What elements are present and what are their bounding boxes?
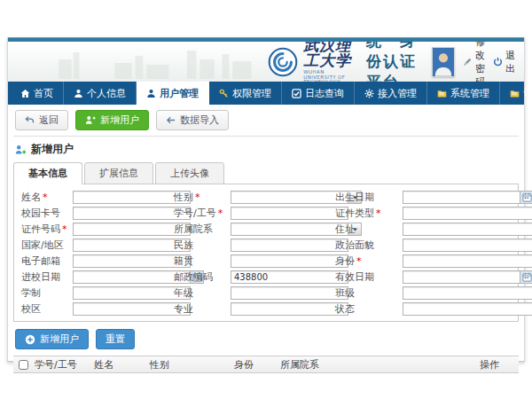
header-user-area: 修改密码 退出 [432,42,524,82]
tab-basic-info[interactable]: 基本信息 [13,162,82,184]
birth-date-input[interactable] [403,191,520,204]
student-id-input[interactable] [231,207,348,220]
grade-input[interactable] [231,286,348,300]
nav-item-profile[interactable]: 个人信息 [64,82,137,105]
field-label-campus-card: 校园卡号 [21,207,73,220]
required-asterisk: * [195,192,200,203]
reset-button[interactable]: 重置 [96,329,135,349]
form-field-country-region: 国家/地区 [21,237,161,253]
valid-date-calendar-button[interactable] [520,270,532,284]
data-import-button[interactable]: 数据导入 [156,110,229,130]
required-asterisk: * [218,207,223,219]
nav-item-label: 首页 [34,87,53,100]
field-label-identity: 身份* [335,254,403,268]
field-label-entry-date: 进校日期 [21,270,73,284]
form-field-valid-date: 有效日期 [335,269,532,285]
nav-item-access-mgmt[interactable]: 接入管理 [355,82,427,105]
required-asterisk: * [43,192,48,203]
major-input[interactable] [231,302,348,316]
nav-item-home[interactable]: 首页 [8,82,64,105]
form-field-email: 电子邮箱 [21,253,161,269]
log-check-icon [292,89,301,98]
valid-date-input[interactable] [403,270,520,284]
form-field-id-type: 证件类型* [335,205,532,221]
field-label-ethnicity: 民族 [174,239,231,252]
ethnicity-input[interactable] [231,239,348,252]
field-label-country-region: 国家/地区 [21,239,73,252]
back-button[interactable]: 返回 [15,110,68,130]
back-button-label: 返回 [39,113,59,127]
entry-date-input[interactable] [73,270,190,284]
add-user-section-icon [15,145,27,155]
university-name-en: WUHAN UNIVERSITY OF TECHNOLOGY [303,70,354,82]
table-header-cell: 操作 [480,358,519,372]
form-field-education-length: 学制 [21,285,161,301]
address-input[interactable] [403,223,532,236]
nav-item-label: 系统管理 [450,87,489,100]
university-logo [268,47,298,77]
nav-item-label: 接入管理 [378,87,417,100]
form-field-native-place: 籍贯 [174,253,323,269]
logout-label: 退出 [505,49,515,75]
gender-input[interactable] [231,191,348,204]
identity-input[interactable] [403,254,532,268]
nav-item-log-query[interactable]: 日志查询 [282,82,355,105]
form-field-ethnicity: 民族 [174,237,323,253]
nav-item-label: 订阅管理 [523,87,532,100]
import-arrow-icon [166,115,176,125]
change-password-link[interactable]: 修改密码 [463,42,485,82]
page-header: 武汉理工大学 WUHAN UNIVERSITY OF TECHNOLOGY 统一… [8,42,524,82]
new-user-panel: 新增用户 基本信息扩展信息上传头像 姓名*性别*出生日期校园卡号学号/工号*证件… [13,136,519,373]
field-label-status: 状态 [335,302,403,316]
change-password-label: 修改密码 [475,42,485,82]
form-field-campus-card: 校园卡号 [21,205,161,221]
field-label-education-length: 学制 [21,286,73,300]
select-all-checkbox[interactable] [19,360,28,370]
id-type-input[interactable] [403,207,532,220]
new-user-toolbar-label: 新增用户 [100,113,139,127]
person-icon [74,89,83,98]
field-label-birth-date: 出生日期 [335,191,403,204]
logout-link[interactable]: 退出 [493,49,515,75]
political-status-input[interactable] [403,239,532,252]
form-field-postal-code: 邮政编码 [174,269,323,285]
new-user-toolbar-button[interactable]: 新增用户 [75,110,149,130]
form-field-major: 专业 [174,301,323,317]
submit-new-user-button[interactable]: 新增用户 [15,329,89,349]
nav-item-user-mgmt[interactable]: 用户管理 [137,82,209,105]
form-field-campus: 校区 [21,301,161,317]
form-field-political-status: 政治面貌 [335,237,532,253]
gear-icon [364,89,374,98]
class-input[interactable] [403,286,532,300]
department-input[interactable] [231,223,348,236]
university-name-block: 武汉理工大学 WUHAN UNIVERSITY OF TECHNOLOGY [303,42,354,82]
field-label-political-status: 政治面貌 [335,239,403,252]
native-place-input[interactable] [231,254,348,268]
status-input[interactable] [403,302,532,316]
postal-code-input[interactable] [231,270,348,284]
table-header-cell: 性别 [150,358,234,372]
form-field-class: 班级 [335,285,532,301]
tab-upload-avatar[interactable]: 上传头像 [155,162,224,184]
form-tabs: 基本信息扩展信息上传头像 [13,162,519,184]
folder-icon [437,89,447,98]
birth-date-calendar-button[interactable] [520,191,532,204]
field-label-grade: 年级 [174,286,231,300]
section-header: 新增用户 [13,142,519,157]
form-field-id-number: 证件号码* [21,221,161,237]
field-label-class: 班级 [335,286,403,300]
table-header-cell: 学号/工号 [35,358,94,372]
tab-extended-info[interactable]: 扩展信息 [84,162,153,184]
select-all-cell [13,360,35,370]
nav-item-permission-mgmt[interactable]: 权限管理 [209,82,282,105]
field-label-gender: 性别* [174,191,231,204]
table-header-cell: 姓名 [94,358,150,372]
field-label-postal-code: 邮政编码 [174,270,231,284]
required-asterisk: * [62,223,67,235]
form-field-gender: 性别* [174,189,323,205]
home-icon [20,89,30,98]
form-actions: 新增用户 重置 [15,329,519,349]
nav-item-system-mgmt[interactable]: 系统管理 [427,82,500,105]
nav-item-subscription-mgmt[interactable]: 订阅管理 [500,82,532,105]
field-label-campus: 校区 [21,302,73,316]
